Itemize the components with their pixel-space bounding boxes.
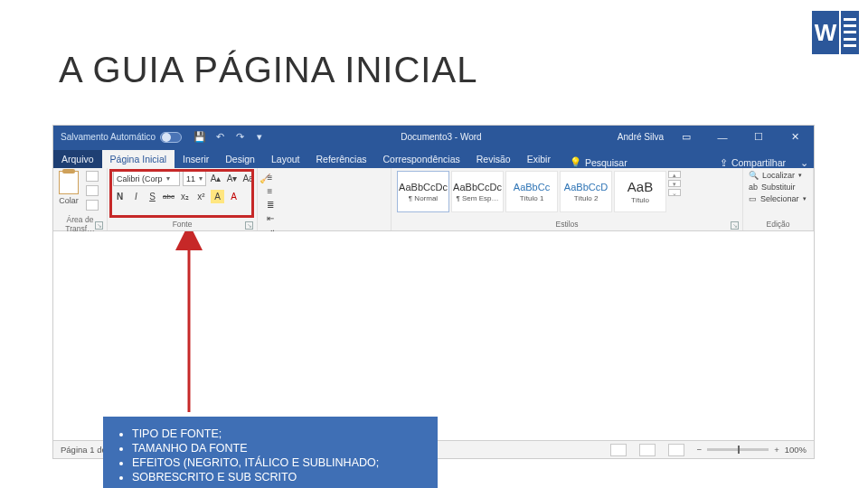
redo-icon[interactable]: ↷ [234, 132, 245, 143]
style-no-spacing[interactable]: AaBbCcDc¶ Sem Esp… [451, 171, 504, 212]
print-layout-icon[interactable] [639, 444, 656, 456]
group-editing: 🔍Localizar▾ abSubstituir ▭Selecionar▾ Ed… [743, 168, 814, 230]
highlight-color-icon[interactable]: A [211, 190, 224, 203]
find-icon: 🔍 [749, 171, 759, 180]
group-clipboard: Colar Área de Transf…↘ [53, 168, 108, 230]
word-logo-icon: W [812, 11, 859, 54]
strike-button[interactable]: abє [162, 190, 175, 203]
style-name: Título 1 [520, 194, 544, 202]
font-name-combo[interactable]: Calibri (Corp▾ [113, 171, 180, 186]
zoom-slider[interactable]: − + 100% [697, 445, 807, 455]
minimize-icon[interactable]: — [709, 132, 736, 143]
style-preview: AaBbCcDc [453, 182, 502, 192]
styles-dialog-icon[interactable]: ↘ [731, 221, 739, 230]
clipboard-dialog-icon[interactable]: ↘ [95, 221, 103, 230]
style-name: ¶ Normal [409, 194, 438, 202]
style-preview: AaBbCcD [564, 182, 608, 192]
document-area[interactable]: TIPO DE FONTE; TAMANHO DA FONTE EFEITOS … [53, 231, 814, 440]
ribbon: Colar Área de Transf…↘ Calibri (Corp▾ 11… [53, 168, 814, 231]
arrow-annotation [153, 231, 225, 421]
replace-label: Substituir [761, 183, 796, 192]
editing-group-label: Edição [767, 220, 790, 229]
outdent-icon[interactable]: ⇤ [263, 211, 277, 225]
maximize-icon[interactable]: ☐ [745, 131, 772, 143]
style-title[interactable]: AaBTítulo [614, 171, 666, 212]
shrink-font-icon[interactable]: A▾ [225, 172, 239, 185]
group-font: Calibri (Corp▾ 11▾ A▴ A▾ Aa 🧹 N I S abє … [108, 168, 258, 230]
tab-home[interactable]: Página Inicial [102, 150, 175, 168]
group-paragraph: ≡ ≡ ≣ ⇤ ⇥ ↕ ¶ ≡ ≡ ≡ ≡ ⧉ ◪ Parágrafo↘ [258, 168, 392, 230]
autosave-label: Salvamento Automático [61, 132, 156, 142]
style-preview: AaBbCcDc [399, 182, 448, 192]
font-color-icon[interactable]: A [227, 190, 241, 203]
multilevel-icon[interactable]: ≣ [263, 198, 277, 211]
toggle-icon[interactable] [160, 132, 182, 143]
zoom-in-icon[interactable]: + [774, 445, 779, 455]
styles-gallery-more[interactable]: ▴▾⌄ [668, 171, 681, 196]
find-button[interactable]: 🔍Localizar▾ [749, 171, 802, 180]
search-label: Pesquisar [585, 157, 627, 168]
collapse-ribbon-icon[interactable]: ⌄ [795, 157, 814, 168]
titlebar: Salvamento Automático 💾 ↶ ↷ ▾ Documento3… [53, 126, 814, 148]
bold-button[interactable]: N [113, 190, 127, 203]
style-preview: AaBbCc [514, 182, 550, 192]
undo-icon[interactable]: ↶ [214, 132, 225, 143]
copy-icon[interactable] [86, 185, 99, 196]
tab-design[interactable]: Design [217, 150, 263, 168]
grow-font-icon[interactable]: A▴ [209, 172, 222, 185]
user-name[interactable]: André Silva [618, 132, 664, 142]
clipboard-icon [59, 171, 79, 194]
share-button[interactable]: ⇪ Compartilhar [720, 157, 795, 168]
select-button[interactable]: ▭Selecionar▾ [749, 194, 807, 203]
zoom-out-icon[interactable]: − [697, 445, 703, 455]
italic-button[interactable]: I [129, 190, 143, 203]
replace-button[interactable]: abSubstituir [749, 183, 796, 192]
paste-button[interactable]: Colar [59, 171, 79, 205]
group-styles: AaBbCcDc¶ Normal AaBbCcDc¶ Sem Esp… AaBb… [392, 168, 743, 230]
numbering-icon[interactable]: ≡ [263, 184, 277, 198]
tab-view[interactable]: Exibir [519, 150, 559, 168]
format-painter-icon[interactable] [86, 200, 99, 211]
style-name: Título [631, 196, 649, 204]
callout-item: TIPO DE FONTE; [132, 427, 432, 440]
style-name: Título 2 [574, 194, 599, 202]
bullets-icon[interactable]: ≡ [263, 171, 277, 184]
change-case-icon[interactable]: Aa [241, 172, 255, 185]
slide-title: A GUIA PÁGINA INICIAL [59, 50, 477, 90]
style-name: ¶ Sem Esp… [457, 194, 499, 202]
share-label: Compartilhar [731, 157, 786, 168]
find-label: Localizar [762, 171, 795, 180]
tell-me-search[interactable]: 💡 Pesquisar [570, 156, 627, 168]
tab-mailings[interactable]: Correspondências [375, 150, 468, 168]
callout-item: TAMANHO DA FONTE [132, 442, 432, 455]
replace-icon: ab [749, 183, 758, 192]
font-size-combo[interactable]: 11▾ [183, 171, 206, 186]
style-heading2[interactable]: AaBbCcDTítulo 2 [560, 171, 612, 212]
font-group-label: Fonte [173, 220, 193, 229]
save-icon[interactable]: 💾 [194, 132, 205, 143]
zoom-value[interactable]: 100% [785, 445, 807, 455]
superscript-button[interactable]: x² [194, 190, 208, 203]
autosave-toggle[interactable]: Salvamento Automático [61, 132, 182, 143]
style-normal[interactable]: AaBbCcDc¶ Normal [397, 171, 449, 212]
tab-review[interactable]: Revisão [468, 150, 519, 168]
qat-more-icon[interactable]: ▾ [254, 132, 265, 143]
tab-insert[interactable]: Inserir [175, 150, 217, 168]
web-layout-icon[interactable] [668, 444, 684, 456]
chevron-down-icon: ▾ [803, 195, 807, 202]
read-mode-icon[interactable] [610, 444, 627, 456]
close-icon[interactable]: ✕ [781, 131, 808, 143]
font-dialog-icon[interactable]: ↘ [245, 221, 253, 230]
tab-layout[interactable]: Layout [263, 150, 308, 168]
zoom-track[interactable] [707, 448, 769, 451]
tab-file[interactable]: Arquivo [53, 150, 102, 168]
tab-references[interactable]: Referências [307, 150, 374, 168]
paste-label: Colar [59, 196, 79, 205]
callout-box: TIPO DE FONTE; TAMANHO DA FONTE EFEITOS … [103, 417, 438, 488]
style-heading1[interactable]: AaBbCcTítulo 1 [505, 171, 558, 212]
underline-button[interactable]: S [146, 190, 159, 203]
style-preview: AaB [627, 179, 653, 194]
cut-icon[interactable] [86, 171, 99, 182]
ribbon-opts-icon[interactable]: ▭ [673, 131, 700, 143]
subscript-button[interactable]: x₂ [178, 190, 192, 203]
